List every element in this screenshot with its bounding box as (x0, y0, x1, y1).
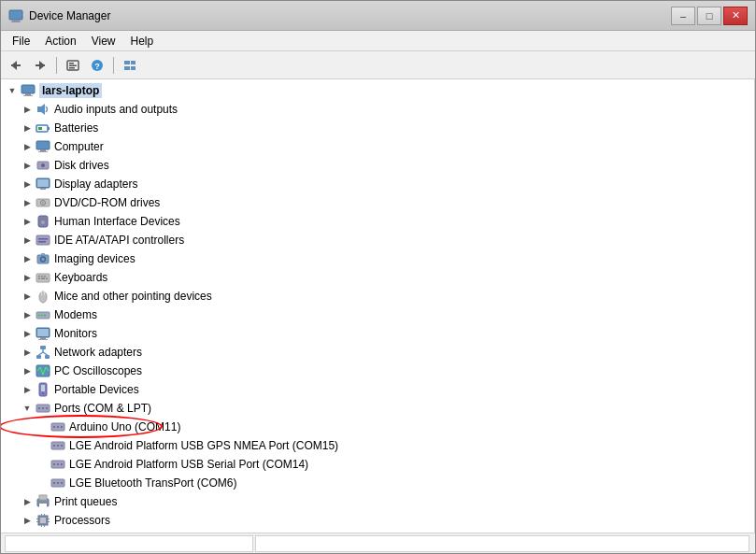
computer-label: Computer (54, 140, 104, 153)
menu-view[interactable]: View (84, 33, 123, 50)
tree-item-lge-bt[interactable]: ▶ LGE Bluetooth TransPort (COM6) (1, 474, 754, 492)
tree-item-oscilloscopes[interactable]: ▶ PC Oscilloscopes (1, 362, 754, 380)
disk-label: Disk drives (54, 159, 109, 172)
lge-serial-icon (50, 457, 65, 472)
imaging-label: Imaging devices (54, 252, 136, 265)
svg-rect-18 (25, 93, 31, 95)
svg-point-56 (41, 315, 43, 317)
processors-label: Processors (54, 514, 110, 527)
expander-disk[interactable]: ▶ (20, 158, 35, 173)
tree-item-portable[interactable]: ▶ Portable Devices (1, 380, 754, 399)
expander-ide[interactable]: ▶ (20, 233, 35, 248)
svg-rect-15 (124, 66, 130, 70)
svg-rect-98 (36, 521, 38, 522)
print-label: Print queues (54, 495, 117, 508)
tree-item-print[interactable]: ▶ Print queues (1, 492, 754, 511)
tree-item-imaging[interactable]: ▶ Imaging devices (1, 249, 754, 268)
lge-bt-label: LGE Bluetooth TransPort (COM6) (69, 476, 236, 490)
tree-item-mice[interactable]: ▶ Mice and other pointing devices (1, 287, 754, 305)
expander-dvd[interactable]: ▶ (20, 195, 35, 210)
oscilloscope-icon (36, 363, 50, 378)
svg-rect-101 (41, 514, 42, 516)
close-button[interactable]: ✕ (723, 7, 748, 25)
svg-point-35 (42, 202, 44, 204)
tree-item-lge-gps[interactable]: ▶ LGE Android Platform USB GPS NMEA Port… (1, 436, 754, 455)
svg-rect-13 (124, 61, 130, 64)
menu-help[interactable]: Help (123, 33, 162, 50)
tree-item-processors[interactable]: ▶ (1, 511, 754, 530)
tree-item-root[interactable]: ▼ lars-laptop (1, 81, 754, 100)
tree-item-modems[interactable]: ▶ Modems (1, 305, 754, 324)
svg-rect-27 (38, 151, 48, 152)
expander-network[interactable]: ▶ (20, 345, 35, 360)
expander-oscilloscopes[interactable]: ▶ (20, 363, 35, 378)
svg-point-79 (61, 426, 63, 428)
expander-computer[interactable]: ▶ (20, 139, 35, 154)
audio-label: Audio inputs and outputs (54, 103, 178, 116)
tree-item-keyboards[interactable]: ▶ Keyboards (1, 268, 754, 287)
expander-batteries[interactable]: ▶ (20, 121, 35, 135)
expander-display[interactable]: ▶ (20, 177, 35, 192)
network-label: Network adapters (54, 346, 142, 359)
tree-item-lge-serial[interactable]: ▶ LGE Android Platform USB Serial Port (… (1, 455, 754, 474)
tree-item-computer[interactable]: ▶ Computer (1, 137, 754, 156)
tree-item-ide[interactable]: ▶ IDE ATA/ATAPI controllers (1, 231, 754, 249)
tree-item-dvd[interactable]: ▶ DVD/CD-ROM drives (1, 193, 754, 212)
back-button[interactable] (5, 55, 27, 76)
svg-rect-104 (44, 525, 45, 527)
title-bar: Device Manager – □ ✕ (1, 1, 755, 31)
imaging-icon (36, 251, 50, 266)
expander-mice[interactable]: ▶ (20, 289, 35, 304)
batteries-label: Batteries (54, 121, 98, 135)
svg-rect-49 (41, 278, 45, 280)
status-pane (5, 535, 253, 552)
expander-processors[interactable]: ▶ (20, 513, 35, 528)
menu-action[interactable]: Action (37, 33, 83, 50)
view-button[interactable] (119, 55, 141, 76)
svg-point-74 (42, 407, 44, 409)
tree-item-arduino[interactable]: ▶ Arduino Uno (COM11) (1, 418, 754, 436)
forward-button[interactable] (29, 55, 51, 76)
maximize-button[interactable]: □ (697, 7, 721, 25)
computer2-icon (36, 139, 50, 154)
batteries-icon (36, 121, 50, 135)
minimize-button[interactable]: – (671, 7, 695, 25)
expander-keyboards[interactable]: ▶ (20, 270, 35, 285)
tree-item-audio[interactable]: ▶ Audio inputs and outputs (1, 100, 754, 119)
svg-rect-46 (41, 276, 43, 277)
computer-icon (21, 83, 36, 98)
tree-item-hid[interactable]: ▶ Human Interface Devices (1, 212, 754, 231)
tree-item-sd[interactable]: ▶ SD host adapters (1, 530, 754, 533)
hid-icon (36, 214, 50, 229)
menu-file[interactable]: File (5, 33, 37, 50)
ports-icon (36, 401, 50, 416)
expander-print[interactable]: ▶ (20, 494, 35, 509)
svg-point-91 (61, 482, 63, 484)
svg-marker-21 (41, 104, 45, 115)
svg-rect-19 (23, 95, 33, 96)
expander-imaging[interactable]: ▶ (20, 251, 35, 266)
svg-point-86 (57, 463, 59, 465)
svg-rect-43 (41, 253, 45, 255)
expander-monitors[interactable]: ▶ (20, 326, 35, 341)
lge-bt-icon (50, 476, 65, 490)
properties-button[interactable] (62, 55, 84, 76)
expander-hid[interactable]: ▶ (20, 214, 35, 229)
svg-rect-61 (38, 339, 48, 340)
window-title: Device Manager (29, 9, 110, 22)
help-button[interactable]: ? (86, 55, 108, 76)
tree-item-ports[interactable]: ▼ Ports (COM & LPT) (1, 399, 754, 418)
expander-modems[interactable]: ▶ (20, 307, 35, 322)
expander-portable[interactable]: ▶ (20, 382, 35, 397)
device-tree[interactable]: ▼ lars-laptop ▶ (1, 79, 755, 533)
tree-item-disk[interactable]: ▶ Disk drives (1, 156, 754, 175)
tree-item-batteries[interactable]: ▶ Batteries (1, 119, 754, 137)
tree-item-network[interactable]: ▶ Network adapters (1, 343, 754, 362)
expander-ports[interactable]: ▼ (20, 401, 35, 416)
tree-item-display[interactable]: ▶ Display adapters (1, 175, 754, 193)
oscilloscopes-label: PC Oscilloscopes (54, 364, 142, 377)
expander-root[interactable]: ▼ (5, 83, 20, 98)
tree-item-monitors[interactable]: ▶ Monitors (1, 324, 754, 343)
expander-audio[interactable]: ▶ (20, 102, 35, 117)
expander-sd[interactable]: ▶ (20, 532, 35, 533)
